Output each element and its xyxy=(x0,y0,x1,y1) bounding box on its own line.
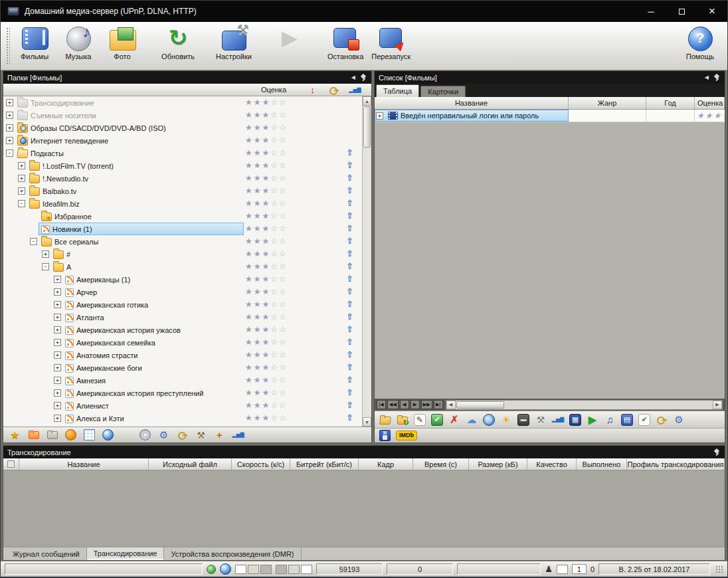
media-info-icon[interactable] xyxy=(102,429,114,440)
media-icon[interactable]: ▬ xyxy=(517,414,529,426)
tree-item[interactable]: + Американские боги ★★★☆☆ xyxy=(3,361,362,374)
tree-item-main[interactable]: Американская готика xyxy=(63,299,243,310)
photo-button[interactable]: Фото xyxy=(100,23,144,68)
list-row-year-cell[interactable] xyxy=(646,110,695,122)
scrollbar-track[interactable] xyxy=(363,106,371,417)
tree-item-main[interactable]: Все сериалы xyxy=(39,236,243,247)
tree-item[interactable]: + Амнезия ★★★☆☆ xyxy=(3,374,362,387)
rating-stars[interactable]: ★★★☆☆ xyxy=(245,98,288,107)
move-up-icon[interactable] xyxy=(345,147,355,157)
tree-expander-icon[interactable]: + xyxy=(54,351,61,359)
rating-stars[interactable]: ★★★☆☆ xyxy=(245,186,288,195)
tree-item-main[interactable]: Анатомия страсти xyxy=(63,349,243,361)
imdb-icon[interactable]: IMDb xyxy=(396,431,417,440)
save-icon[interactable] xyxy=(379,430,391,441)
rating-column-label[interactable]: Оценка xyxy=(245,86,302,94)
save-icon[interactable] xyxy=(121,429,132,440)
rating-stars[interactable]: ★★★☆☆ xyxy=(245,199,288,208)
web-icon[interactable] xyxy=(65,429,76,440)
minimize-button[interactable]: ─ xyxy=(636,1,666,22)
move-up-icon[interactable] xyxy=(345,312,355,322)
tree-item-main[interactable]: Интернет телевидение xyxy=(15,135,243,146)
remove-folder-icon[interactable] xyxy=(28,429,39,440)
column-header-cell[interactable]: Название xyxy=(19,458,149,470)
rating-stars[interactable]: ★★★☆☆ xyxy=(245,262,288,271)
rating-stars[interactable]: ★★★☆☆ xyxy=(245,401,288,410)
table-view-icon[interactable] xyxy=(84,429,95,440)
tree-expander-icon[interactable]: + xyxy=(6,99,13,106)
scroll-right-icon[interactable]: ▶ xyxy=(713,401,722,409)
help-button[interactable]: Помощь xyxy=(678,23,722,68)
resize-grip[interactable] xyxy=(715,565,723,573)
scroll-left-icon[interactable]: ◀ xyxy=(446,401,456,409)
tree-item[interactable]: + Американская готика ★★★☆☆ xyxy=(3,298,362,311)
view-tab[interactable]: Карточки xyxy=(420,86,466,97)
tree-item-main[interactable]: Алиенист xyxy=(63,400,243,411)
tools-icon[interactable]: ⚒ xyxy=(195,429,207,440)
view-tab[interactable]: Таблица xyxy=(376,84,419,97)
tree-item[interactable]: + Baibako.tv ★★★☆☆ xyxy=(3,185,362,197)
sound-icon[interactable]: ♫ xyxy=(604,414,616,426)
tree-expander-icon[interactable]: + xyxy=(6,137,13,144)
first-page-button[interactable]: |◀ xyxy=(377,400,386,409)
move-up-icon[interactable] xyxy=(345,185,355,195)
tree-expander-icon[interactable]: - xyxy=(42,263,49,270)
statistics-icon[interactable]: ▂▅▇ xyxy=(552,414,564,426)
tree-item[interactable]: + !.Newstudio.tv ★★★☆☆ xyxy=(3,172,362,185)
catalog-icon[interactable]: ▤ xyxy=(621,414,633,426)
rating-stars[interactable]: ★★★☆☆ xyxy=(245,224,288,233)
tree-item-main[interactable]: Избранное xyxy=(39,211,243,222)
network-globe-icon[interactable] xyxy=(220,563,231,575)
move-up-icon[interactable] xyxy=(345,387,355,397)
move-up-icon[interactable] xyxy=(345,261,355,271)
tree-item[interactable]: + Американская семейка ★★★☆☆ xyxy=(3,336,362,349)
tree-item-main[interactable]: !.LostFilm.TV (torrent) xyxy=(27,160,243,171)
pin-icon[interactable] xyxy=(361,74,367,81)
tree-item-main[interactable]: Американцы (1) xyxy=(63,274,243,285)
pin-icon[interactable] xyxy=(714,74,721,81)
move-up-icon[interactable] xyxy=(345,160,355,170)
settings-button[interactable]: Настройки xyxy=(212,23,256,68)
last-page-button[interactable]: ▶| xyxy=(434,400,443,409)
tree-expander-icon[interactable]: + xyxy=(6,112,13,119)
rating-stars[interactable]: ★★★☆☆ xyxy=(245,110,288,120)
tree-item[interactable]: + Съемные носители ★★★☆☆ xyxy=(3,109,362,122)
rating-stars[interactable]: ★★★☆☆ xyxy=(245,123,288,132)
move-up-icon[interactable] xyxy=(345,198,355,208)
collapse-panel-icon[interactable]: ◀ xyxy=(351,74,355,80)
tree-expander-icon[interactable]: + xyxy=(54,276,61,283)
tree-item[interactable]: + Алекса и Кэти ★★★☆☆ xyxy=(3,412,362,425)
tree-item[interactable]: + # ★★★☆☆ xyxy=(3,248,362,260)
tree-expander-icon[interactable]: + xyxy=(54,288,61,296)
column-header-cell[interactable]: Название xyxy=(375,97,569,109)
tree-expander-icon[interactable]: - xyxy=(18,200,25,207)
tree-item-main[interactable]: Арчер xyxy=(63,286,243,298)
tree-item-main[interactable]: Американская история преступлений xyxy=(63,387,243,399)
tree-item-main[interactable]: Baibako.tv xyxy=(27,185,243,197)
films-button[interactable]: Фильмы xyxy=(13,23,56,68)
rating-stars[interactable]: ★★★☆☆ xyxy=(245,350,288,359)
rating-stars[interactable]: ★★★☆☆ xyxy=(245,136,288,145)
tree-expander-icon[interactable]: - xyxy=(30,238,37,245)
color-swatch[interactable] xyxy=(276,565,287,574)
move-up-icon[interactable] xyxy=(345,248,355,258)
tree-item-main[interactable]: Американские боги xyxy=(63,362,243,373)
access-icon[interactable] xyxy=(656,414,668,426)
tree-item-main[interactable]: Алекса и Кэти xyxy=(63,413,243,424)
tree-expander-icon[interactable]: - xyxy=(6,149,13,157)
maximize-button[interactable] xyxy=(666,1,697,22)
column-header-cell[interactable]: Битрейт (кБит/с) xyxy=(290,458,359,470)
service-icon[interactable]: ⚙ xyxy=(158,429,169,440)
color-swatch[interactable] xyxy=(288,565,300,574)
list-row-rating-cell[interactable]: ★★★☆☆ xyxy=(695,110,725,122)
bottom-tab[interactable]: Журнал сообщений xyxy=(6,547,87,560)
color-swatch[interactable] xyxy=(301,565,312,574)
fast-prev-button[interactable]: ◀◀ xyxy=(387,400,399,409)
tree-item-main[interactable]: Амнезия xyxy=(63,375,243,386)
column-header-cell[interactable]: Выполнено xyxy=(577,458,627,470)
film-icon[interactable]: ▦ xyxy=(569,414,581,426)
tree-item[interactable]: Новинки (1) ★★★☆☆ xyxy=(3,223,362,235)
list-row-name-cell[interactable]: + Введён неправильный логин или пароль xyxy=(375,110,569,122)
rating-stars[interactable]: ★★★☆☆ xyxy=(245,363,288,372)
delete-item-icon[interactable]: ✗ xyxy=(448,414,460,426)
